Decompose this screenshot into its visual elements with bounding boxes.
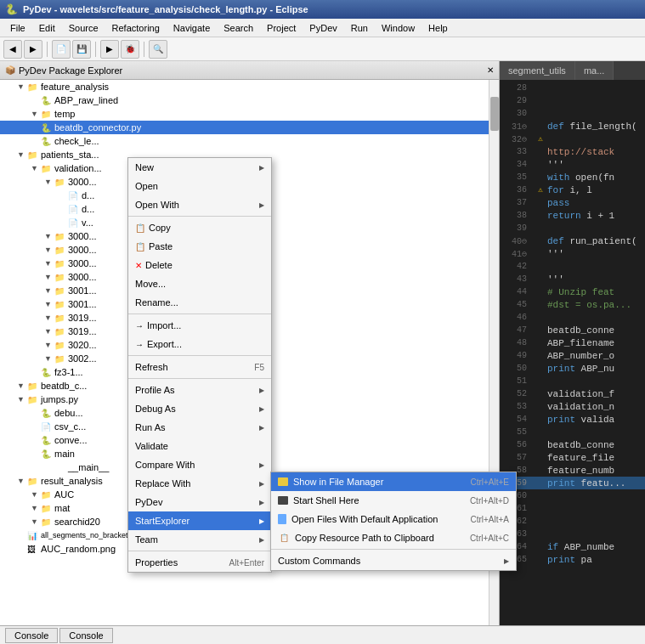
code-line-43: 43 ''': [500, 273, 645, 285]
ctx-copy-label: Copy: [149, 223, 171, 233]
tree-item-feature_analysis[interactable]: ▼ 📁 feature_analysis: [0, 80, 499, 93]
sub-custom[interactable]: Custom Commands ▶: [271, 551, 516, 570]
ctx-paste[interactable]: 📋 Paste: [128, 237, 271, 256]
ctx-new[interactable]: New ▶: [128, 158, 271, 177]
tree-item-beatdb_connector[interactable]: 🐍 beatdb_connector.py: [0, 121, 499, 134]
code-line-28: 28: [500, 82, 645, 94]
ctx-compare-with[interactable]: Compare With ▶: [128, 455, 271, 474]
ctx-delete-label: Delete: [145, 260, 173, 270]
code-line-59: 59 print featu...: [500, 477, 645, 489]
code-area[interactable]: 28 29 30 31⊖ def file_length( 32⊖: [500, 80, 645, 625]
ctx-debug-as[interactable]: Debug As ▶: [128, 399, 271, 418]
ctx-export-label: Export...: [147, 339, 182, 349]
ctx-run-as[interactable]: Run As ▶: [128, 418, 271, 437]
menu-search[interactable]: Search: [217, 21, 260, 35]
tree-item-abp_raw_lined[interactable]: 🐍 ABP_raw_lined: [0, 93, 499, 107]
menu-refactoring[interactable]: Refactoring: [105, 21, 167, 35]
menu-project[interactable]: Project: [260, 21, 303, 35]
ctx-open[interactable]: Open: [128, 177, 271, 195]
toolbar-back[interactable]: ◀: [3, 40, 22, 59]
tab-segment_utils[interactable]: segment_utils: [500, 61, 575, 80]
menu-window[interactable]: Window: [375, 21, 422, 35]
package-explorer-close[interactable]: ✕: [487, 65, 494, 75]
code-line-53: 53 validation_n: [500, 400, 645, 413]
right-panel: segment_utils ma... 28 29 30: [500, 61, 645, 625]
sub-copy-path[interactable]: 📋 Copy Resource Path to Clipboard Ctrl+A…: [271, 528, 516, 547]
sub-custom-label: Custom Commands: [278, 556, 360, 566]
tree-item-temp[interactable]: ▼ 📁 temp: [0, 107, 499, 121]
tab-ma[interactable]: ma...: [575, 61, 614, 80]
code-line-40: 40⊖ def run_patient(: [500, 234, 645, 247]
code-line-32: 32⊖ ⚠: [500, 133, 645, 145]
toolbar-sep2: [95, 42, 96, 57]
ctx-pydev[interactable]: PyDev ▶: [128, 493, 271, 511]
console-tab-2[interactable]: Console: [59, 628, 112, 643]
sub-open-files-label: Open Files With Default Application: [291, 514, 438, 524]
code-line-44: 44 # Unzip feat: [500, 285, 645, 298]
ctx-startexplorer[interactable]: StartExplorer ▶: [128, 511, 271, 530]
sub-show-in-fm[interactable]: Show in File Manager Ctrl+Alt+E: [271, 472, 516, 491]
code-line-38: 38 return i + 1: [500, 209, 645, 222]
ctx-replace-with[interactable]: Replace With ▶: [128, 474, 271, 493]
ctx-copy[interactable]: 📋 Copy: [128, 218, 271, 237]
sub-start-shell[interactable]: Start Shell Here Ctrl+Alt+D: [271, 491, 516, 510]
code-line-48: 48 ABP_filename: [500, 336, 645, 349]
code-line-54: 54 print valida: [500, 413, 645, 426]
ctx-sep2: [128, 314, 271, 314]
menu-navigate[interactable]: Navigate: [167, 21, 217, 35]
ctx-profile-as[interactable]: Profile As ▶: [128, 381, 271, 399]
code-line-63: 63: [500, 528, 645, 540]
code-line-60: 60: [500, 489, 645, 502]
toolbar-search[interactable]: 🔍: [149, 40, 167, 59]
ctx-properties[interactable]: Properties Alt+Enter: [128, 553, 271, 572]
code-line-65: 65 print pa: [500, 553, 645, 566]
toolbar-run[interactable]: ▶: [100, 40, 119, 59]
ctx-run-as-label: Run As: [135, 422, 165, 432]
ctx-refresh-label: Refresh: [135, 362, 168, 372]
ctx-export[interactable]: → Export...: [128, 335, 271, 353]
context-menu: New ▶ Open Open With ▶ 📋 Copy 📋 Paste ✕ …: [127, 157, 272, 573]
ctx-move[interactable]: Move...: [128, 274, 271, 293]
folder-icon: [278, 477, 288, 486]
toolbar-new[interactable]: 📄: [52, 40, 71, 59]
code-line-29: 29: [500, 94, 645, 107]
code-line-57: 57 feature_file: [500, 451, 645, 464]
menu-run[interactable]: Run: [344, 21, 375, 35]
ctx-import[interactable]: → Import...: [128, 316, 271, 335]
ctx-open-with[interactable]: Open With ▶: [128, 195, 271, 214]
ctx-team[interactable]: Team ▶: [128, 530, 271, 549]
ctx-open-label: Open: [135, 181, 158, 191]
sub-sep: [271, 549, 516, 550]
code-line-51: 51: [500, 375, 645, 387]
code-line-56: 56 beatdb_conne: [500, 438, 645, 451]
ctx-validate[interactable]: Validate: [128, 437, 271, 455]
tree-item-check_length[interactable]: 🐍 check_le...: [0, 134, 499, 148]
ctx-new-label: New: [135, 162, 154, 172]
toolbar: ◀ ▶ 📄 💾 ▶ 🐞 🔍: [0, 37, 645, 61]
title-bar: 🐍 PyDev - wavelets/src/feature_analysis/…: [0, 0, 645, 19]
console-tab-1[interactable]: Console: [5, 628, 58, 643]
menu-bar: File Edit Source Refactoring Navigate Se…: [0, 19, 645, 37]
menu-help[interactable]: Help: [422, 21, 455, 35]
menu-edit[interactable]: Edit: [32, 21, 62, 35]
ctx-delete[interactable]: ✕ Delete: [128, 256, 271, 274]
ctx-debug-as-label: Debug As: [135, 404, 176, 414]
code-line-58: 58 feature_numb: [500, 464, 645, 477]
code-line-47: 47 beatdb_conne: [500, 324, 645, 336]
ctx-refresh[interactable]: Refresh F5: [128, 358, 271, 376]
menu-source[interactable]: Source: [62, 21, 105, 35]
app-icon: 🐍: [5, 3, 18, 15]
code-line-36: 36 ⚠ for i, l: [500, 184, 645, 196]
sub-open-files[interactable]: Open Files With Default Application Ctrl…: [271, 510, 516, 528]
ctx-pydev-label: PyDev: [135, 497, 162, 507]
toolbar-save[interactable]: 💾: [72, 40, 91, 59]
ctx-rename-label: Rename...: [135, 297, 178, 308]
menu-pydev[interactable]: PyDev: [303, 21, 343, 35]
toolbar-debug[interactable]: 🐞: [121, 40, 139, 59]
ctx-rename[interactable]: Rename...: [128, 293, 271, 312]
toolbar-forward[interactable]: ▶: [24, 40, 42, 59]
menu-file[interactable]: File: [3, 21, 32, 35]
code-line-42: 42: [500, 260, 645, 273]
ctx-team-label: Team: [135, 534, 158, 545]
scroll-thumb[interactable]: [490, 97, 499, 131]
